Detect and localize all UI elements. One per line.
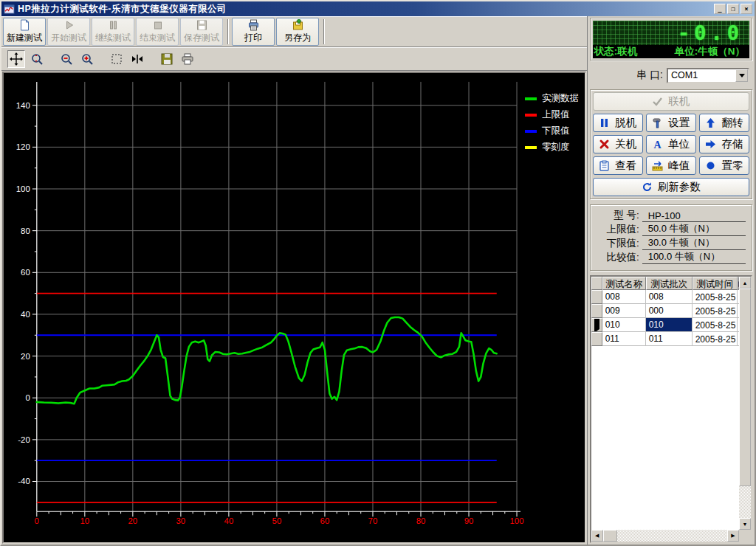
legend-item-measured: 实测数据 xyxy=(525,92,579,105)
svg-text:100: 100 xyxy=(16,184,30,193)
save-as-button[interactable]: 另存为 xyxy=(276,18,319,46)
force-readout-display: -0.0 xyxy=(593,21,749,45)
zero-line-swatch xyxy=(525,146,537,149)
play-icon xyxy=(63,19,75,31)
chart-legend: 实测数据 上限值 下限值 零刻度 xyxy=(525,92,579,153)
close-button[interactable]: × xyxy=(740,4,752,14)
toolbar-separator xyxy=(227,19,229,44)
legend-item-lower-limit: 下限值 xyxy=(525,125,579,137)
svg-text:-40: -40 xyxy=(18,477,30,486)
vertical-scrollbar[interactable]: ▲ ▼ xyxy=(739,277,751,530)
new-test-button[interactable]: 新建测试 xyxy=(3,18,46,46)
print-button[interactable]: 打印 xyxy=(232,18,275,46)
zero-button[interactable]: 置零 xyxy=(699,156,749,175)
fit-axes-tool-button[interactable] xyxy=(128,50,146,68)
col-header-test-time[interactable]: 测试时间 xyxy=(693,277,738,290)
chart-area[interactable]: 0102030405060708090100-40-20020406080100… xyxy=(2,72,586,544)
fit-axes-icon xyxy=(131,52,144,66)
pan-icon xyxy=(10,52,23,66)
row-selector[interactable] xyxy=(591,290,602,304)
view-button[interactable]: 查看 xyxy=(593,156,643,175)
test-records-table: 测试名称 测试批次 测试时间 峰值 008 008 2005-8-25 下午 xyxy=(591,277,739,530)
zoom-in-tool-button[interactable] xyxy=(78,50,96,68)
chart-canvas: 0102030405060708090100-40-20020406080100… xyxy=(4,73,585,542)
row-selector[interactable] xyxy=(591,332,602,346)
svg-text:80: 80 xyxy=(21,227,30,235)
app-icon xyxy=(4,4,15,15)
zoom-select-tool-button[interactable] xyxy=(108,50,126,68)
table-row[interactable]: 009 000 2005-8-25 下午 xyxy=(591,304,739,318)
save-as-icon xyxy=(292,19,304,31)
pan-tool-button[interactable] xyxy=(7,50,25,68)
legend-item-zero-line: 零刻度 xyxy=(525,141,579,153)
svg-text:140: 140 xyxy=(16,101,30,110)
zoom-out-tool-button[interactable] xyxy=(58,50,75,68)
scroll-right-icon[interactable]: ▶ xyxy=(727,530,739,542)
row-selector[interactable] xyxy=(591,304,602,318)
store-button[interactable]: 存储 xyxy=(699,135,749,153)
app-window: HP推拉力计测试软件-乐清市艾德堡仪器有限公司 _ ❐ × 新建测试 开始测试 xyxy=(0,0,756,546)
table-row-selected[interactable]: 010 010 2005-8-25 下午 xyxy=(591,318,739,332)
horizontal-scrollbar[interactable]: ◀ ▶ xyxy=(591,530,739,542)
svg-text:40: 40 xyxy=(21,310,30,319)
readout-panel: -0.0 状态:联机 单位:牛顿（N） xyxy=(590,18,752,61)
serial-port-select[interactable]: COM1 xyxy=(667,68,749,83)
stop-icon xyxy=(151,19,164,31)
scroll-up-icon[interactable]: ▲ xyxy=(739,277,751,288)
refresh-icon xyxy=(642,182,653,193)
device-controls: 联机 脱机 设置 翻转 xyxy=(590,89,752,199)
table-row[interactable]: 008 008 2005-8-25 下午 xyxy=(591,290,739,304)
current-row-marker[interactable] xyxy=(591,318,602,332)
chart-toolbar xyxy=(1,47,587,71)
toolbar-separator xyxy=(323,19,325,44)
row-selector-header xyxy=(591,277,602,290)
refresh-params-button[interactable]: 刷新参数 xyxy=(593,178,749,196)
settings-button[interactable]: 设置 xyxy=(646,114,696,132)
chart-save-button[interactable] xyxy=(158,50,176,68)
clipboard-icon xyxy=(599,160,610,171)
vertical-scrollbar-thumb[interactable] xyxy=(739,288,751,486)
serial-port-value: COM1 xyxy=(668,70,735,80)
zoom-in-icon xyxy=(80,52,94,66)
chart-print-button[interactable] xyxy=(179,50,196,68)
svg-text:20: 20 xyxy=(21,352,30,361)
floppy-icon xyxy=(160,52,173,66)
shutdown-button[interactable]: 关机 xyxy=(593,135,643,153)
chevron-down-icon[interactable] xyxy=(735,69,748,82)
compare-value-row: 比较值: 100.0 牛顿（N） xyxy=(594,252,746,264)
scrollbar-corner xyxy=(739,530,751,542)
selected-cell[interactable]: 010 xyxy=(646,318,693,332)
serial-port-row: 串 口: COM1 xyxy=(590,66,752,85)
svg-text:30: 30 xyxy=(176,516,186,525)
scroll-left-icon[interactable]: ◀ xyxy=(591,530,603,542)
peak-button[interactable]: 峰值 xyxy=(646,156,696,175)
window-title: HP推拉力计测试软件-乐清市艾德堡仪器有限公司 xyxy=(18,3,714,15)
connect-button: 联机 xyxy=(593,92,749,111)
svg-text:A: A xyxy=(654,139,662,151)
col-header-test-name[interactable]: 测试名称 xyxy=(602,277,646,290)
svg-text:100: 100 xyxy=(510,516,524,525)
lower-limit-swatch xyxy=(525,130,537,133)
pause-icon xyxy=(107,19,120,31)
flip-button[interactable]: 翻转 xyxy=(699,114,749,132)
svg-text:120: 120 xyxy=(16,142,30,151)
scroll-down-icon[interactable]: ▼ xyxy=(739,518,751,530)
upper-limit-label: 上限值: xyxy=(594,223,639,236)
svg-text:20: 20 xyxy=(128,516,137,525)
svg-text:80: 80 xyxy=(416,516,426,525)
col-header-test-batch[interactable]: 测试批次 xyxy=(646,277,693,290)
horizontal-scrollbar-thumb[interactable] xyxy=(603,530,617,542)
floppy-icon xyxy=(196,19,208,31)
zoom-dynamic-tool-button[interactable] xyxy=(28,50,46,68)
upper-limit-value: 50.0 牛顿（N） xyxy=(642,222,746,236)
zoom-dynamic-icon xyxy=(30,52,44,66)
unit-button[interactable]: A 单位 xyxy=(646,135,696,153)
model-value: HP-100 xyxy=(642,210,746,222)
table-row[interactable]: 011 011 2005-8-25 下午 xyxy=(591,332,739,346)
minimize-button[interactable]: _ xyxy=(714,4,726,14)
restore-button[interactable]: ❐ xyxy=(727,4,739,14)
svg-text:60: 60 xyxy=(320,516,330,525)
letter-a-icon: A xyxy=(652,139,663,150)
offline-button[interactable]: 脱机 xyxy=(593,114,643,132)
end-test-button: 结束测试 xyxy=(136,18,179,46)
